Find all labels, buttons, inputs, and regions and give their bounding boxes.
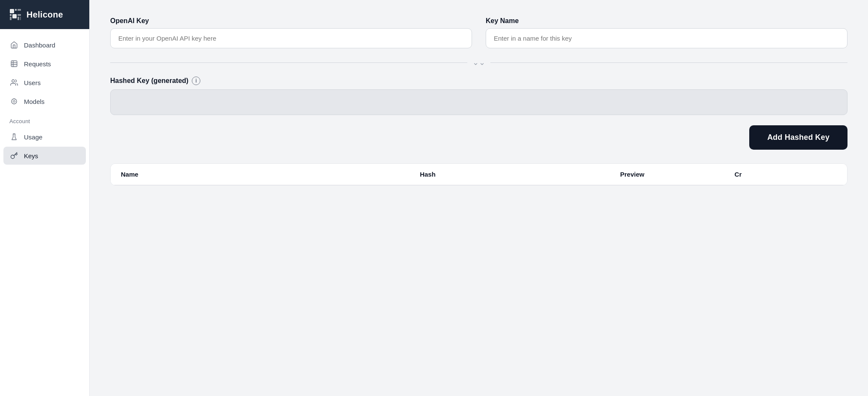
table-icon — [9, 59, 19, 68]
svg-point-14 — [13, 100, 15, 103]
hashed-key-input — [110, 89, 847, 115]
chevron-down-icon: ⌄⌄ — [467, 59, 490, 66]
action-row: Add Hashed Key — [110, 125, 847, 150]
openai-key-label: OpenAI Key — [110, 17, 472, 25]
table-header: Name Hash Preview Cr — [111, 164, 847, 185]
sidebar-item-label: Usage — [24, 133, 42, 141]
hashed-key-section: Hashed Key (generated) i — [110, 77, 847, 115]
logo-icon — [9, 8, 22, 21]
sidebar-item-keys[interactable]: Keys — [3, 147, 86, 165]
main-nav: Dashboard Requests — [0, 29, 89, 171]
sidebar-item-label: Requests — [24, 60, 51, 68]
table-col-preview: Preview — [530, 171, 735, 178]
home-icon — [9, 40, 19, 50]
account-section-label: Account — [3, 111, 86, 127]
svg-rect-4 — [12, 14, 17, 18]
key-name-label: Key Name — [486, 17, 847, 25]
keys-table: Name Hash Preview Cr — [110, 163, 847, 186]
hashed-key-label: Hashed Key (generated) — [110, 77, 188, 85]
openai-key-input[interactable] — [110, 28, 472, 48]
svg-rect-0 — [10, 9, 14, 13]
table-col-hash: Hash — [326, 171, 530, 178]
sidebar-item-users[interactable]: Users — [3, 74, 86, 92]
svg-rect-6 — [10, 17, 12, 20]
svg-rect-1 — [15, 9, 17, 11]
logo-text: Helicone — [26, 10, 63, 20]
sidebar: Helicone Dashboard Requests — [0, 0, 90, 396]
flask-icon — [9, 132, 19, 142]
sidebar-item-label: Models — [24, 98, 44, 105]
add-hashed-key-button[interactable]: Add Hashed Key — [749, 125, 847, 150]
sidebar-item-label: Dashboard — [24, 41, 55, 49]
svg-point-13 — [12, 80, 15, 82]
svg-rect-3 — [10, 14, 12, 16]
openai-key-group: OpenAI Key — [110, 17, 472, 48]
divider-line-left — [110, 62, 467, 63]
sidebar-item-label: Keys — [24, 152, 38, 160]
table-col-cr: Cr — [735, 171, 837, 178]
svg-point-15 — [12, 99, 17, 104]
sidebar-item-requests[interactable]: Requests — [3, 55, 86, 73]
table-col-name: Name — [121, 171, 326, 178]
key-form-row: OpenAI Key Key Name — [110, 17, 847, 48]
logo[interactable]: Helicone — [0, 0, 89, 29]
divider: ⌄⌄ — [110, 59, 847, 66]
svg-rect-5 — [18, 14, 21, 16]
sidebar-item-dashboard[interactable]: Dashboard — [3, 36, 86, 54]
models-icon — [9, 97, 19, 106]
users-icon — [9, 78, 19, 87]
divider-line-right — [490, 62, 847, 63]
key-name-input[interactable] — [486, 28, 847, 48]
sidebar-item-usage[interactable]: Usage — [3, 128, 86, 146]
main-content: OpenAI Key Key Name ⌄⌄ Hashed Key (gener… — [90, 0, 868, 396]
svg-rect-7 — [18, 17, 19, 20]
sidebar-item-models[interactable]: Models — [3, 92, 86, 110]
svg-rect-9 — [11, 61, 17, 67]
key-icon — [9, 151, 19, 160]
info-icon[interactable]: i — [192, 77, 200, 85]
hashed-label-row: Hashed Key (generated) i — [110, 77, 847, 85]
key-name-group: Key Name — [486, 17, 847, 48]
sidebar-item-label: Users — [24, 79, 41, 86]
svg-rect-8 — [20, 17, 21, 20]
svg-rect-2 — [18, 9, 21, 11]
